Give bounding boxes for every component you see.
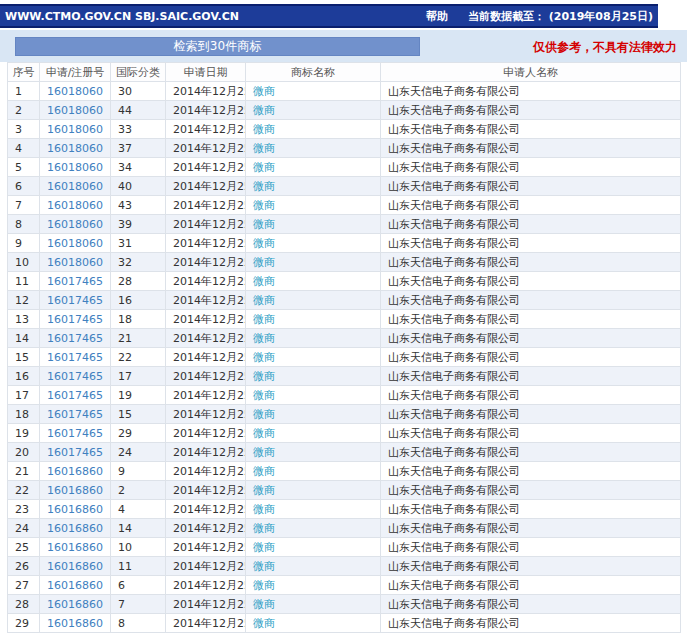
trademark-name-link[interactable]: 微商 bbox=[253, 484, 275, 497]
trademark-name-link[interactable]: 微商 bbox=[253, 541, 275, 554]
cell-apply-date: 2014年12月25日 bbox=[166, 386, 246, 405]
table-cell: 16017465 bbox=[40, 291, 111, 310]
table-cell: 16018060 bbox=[40, 82, 111, 101]
reg-number-link[interactable]: 16017465 bbox=[47, 294, 103, 307]
cell-applicant-name: 山东天信电子商务有限公司 bbox=[381, 253, 681, 272]
reg-number-link[interactable]: 16017465 bbox=[47, 408, 103, 421]
reg-number-link[interactable]: 16018060 bbox=[47, 161, 103, 174]
cell-apply-date: 2014年12月25日 bbox=[166, 139, 246, 158]
trademark-name-link[interactable]: 微商 bbox=[253, 294, 275, 307]
table-cell: 16016860 bbox=[40, 614, 111, 633]
trademark-name-link[interactable]: 微商 bbox=[253, 199, 275, 212]
reg-number-link[interactable]: 16016860 bbox=[47, 598, 103, 611]
trademark-name-link[interactable]: 微商 bbox=[253, 446, 275, 459]
reg-number-link[interactable]: 16016860 bbox=[47, 560, 103, 573]
trademark-name-link[interactable]: 微商 bbox=[253, 85, 275, 98]
reg-number-link[interactable]: 16017465 bbox=[47, 275, 103, 288]
table-cell: 16018060 bbox=[40, 120, 111, 139]
reg-number-link[interactable]: 16016860 bbox=[47, 579, 103, 592]
cell-index: 3 bbox=[8, 120, 40, 139]
trademark-name-link[interactable]: 微商 bbox=[253, 104, 275, 117]
reg-number-link[interactable]: 16017465 bbox=[47, 313, 103, 326]
cell-intl-class: 37 bbox=[111, 139, 166, 158]
table-row: 2416016860142014年12月25日微商山东天信电子商务有限公司 bbox=[8, 519, 681, 538]
reg-number-link[interactable]: 16017465 bbox=[47, 389, 103, 402]
reg-number-link[interactable]: 16016860 bbox=[47, 465, 103, 478]
cell-apply-date: 2014年12月25日 bbox=[166, 595, 246, 614]
cell-apply-date: 2014年12月25日 bbox=[166, 367, 246, 386]
reg-number-link[interactable]: 16016860 bbox=[47, 617, 103, 630]
trademark-name-link[interactable]: 微商 bbox=[253, 617, 275, 630]
trademark-name-link[interactable]: 微商 bbox=[253, 275, 275, 288]
cell-apply-date: 2014年12月25日 bbox=[166, 101, 246, 120]
trademark-name-link[interactable]: 微商 bbox=[253, 332, 275, 345]
reg-number-link[interactable]: 16017465 bbox=[47, 351, 103, 364]
cell-intl-class: 7 bbox=[111, 595, 166, 614]
table-cell: 16016860 bbox=[40, 481, 111, 500]
table-row: 316018060332014年12月25日微商山东天信电子商务有限公司 bbox=[8, 120, 681, 139]
trademark-name-link[interactable]: 微商 bbox=[253, 123, 275, 136]
trademark-name-link[interactable]: 微商 bbox=[253, 313, 275, 326]
cell-apply-date: 2014年12月25日 bbox=[166, 424, 246, 443]
trademark-name-link[interactable]: 微商 bbox=[253, 560, 275, 573]
trademark-name-link[interactable]: 微商 bbox=[253, 161, 275, 174]
cell-index: 12 bbox=[8, 291, 40, 310]
cell-apply-date: 2014年12月25日 bbox=[166, 291, 246, 310]
cell-apply-date: 2014年12月25日 bbox=[166, 557, 246, 576]
trademark-name-link[interactable]: 微商 bbox=[253, 237, 275, 250]
trademark-name-link[interactable]: 微商 bbox=[253, 522, 275, 535]
table-cell: 微商 bbox=[246, 139, 381, 158]
reg-number-link[interactable]: 16017465 bbox=[47, 446, 103, 459]
trademark-name-link[interactable]: 微商 bbox=[253, 598, 275, 611]
trademark-name-link[interactable]: 微商 bbox=[253, 579, 275, 592]
table-cell: 16017465 bbox=[40, 443, 111, 462]
reg-number-link[interactable]: 16018060 bbox=[47, 180, 103, 193]
table-row: 2516016860102014年12月25日微商山东天信电子商务有限公司 bbox=[8, 538, 681, 557]
trademark-name-link[interactable]: 微商 bbox=[253, 351, 275, 364]
reg-number-link[interactable]: 16016860 bbox=[47, 503, 103, 516]
reg-number-link[interactable]: 16016860 bbox=[47, 484, 103, 497]
reg-number-link[interactable]: 16017465 bbox=[47, 332, 103, 345]
cell-intl-class: 31 bbox=[111, 234, 166, 253]
trademark-name-link[interactable]: 微商 bbox=[253, 408, 275, 421]
table-cell: 16017465 bbox=[40, 348, 111, 367]
column-header-applicant-name: 申请人名称 bbox=[381, 63, 681, 82]
table-cell: 微商 bbox=[246, 557, 381, 576]
trademark-name-link[interactable]: 微商 bbox=[253, 427, 275, 440]
cell-index: 15 bbox=[8, 348, 40, 367]
reg-number-link[interactable]: 16018060 bbox=[47, 104, 103, 117]
cell-index: 22 bbox=[8, 481, 40, 500]
reg-number-link[interactable]: 16016860 bbox=[47, 522, 103, 535]
reg-number-link[interactable]: 16018060 bbox=[47, 123, 103, 136]
reg-number-link[interactable]: 16018060 bbox=[47, 142, 103, 155]
table-cell: 微商 bbox=[246, 424, 381, 443]
trademark-name-link[interactable]: 微商 bbox=[253, 465, 275, 478]
reg-number-link[interactable]: 16018060 bbox=[47, 199, 103, 212]
table-row: 1016018060322014年12月25日微商山东天信电子商务有限公司 bbox=[8, 253, 681, 272]
reg-number-link[interactable]: 16016860 bbox=[47, 541, 103, 554]
trademark-name-link[interactable]: 微商 bbox=[253, 256, 275, 269]
trademark-name-link[interactable]: 微商 bbox=[253, 370, 275, 383]
trademark-name-link[interactable]: 微商 bbox=[253, 180, 275, 193]
table-header-row: 序号 申请/注册号 国际分类 申请日期 商标名称 申请人名称 bbox=[8, 63, 681, 82]
reg-number-link[interactable]: 16018060 bbox=[47, 218, 103, 231]
table-row: 216018060442014年12月25日微商山东天信电子商务有限公司 bbox=[8, 101, 681, 120]
reg-number-link[interactable]: 16017465 bbox=[47, 427, 103, 440]
trademark-name-link[interactable]: 微商 bbox=[253, 142, 275, 155]
site-url-title: WWW.CTMO.GOV.CN SBJ.SAIC.GOV.CN bbox=[5, 10, 239, 23]
table-cell: 微商 bbox=[246, 253, 381, 272]
cell-applicant-name: 山东天信电子商务有限公司 bbox=[381, 272, 681, 291]
table-row: 2616016860112014年12月25日微商山东天信电子商务有限公司 bbox=[8, 557, 681, 576]
reg-number-link[interactable]: 16018060 bbox=[47, 85, 103, 98]
help-link[interactable]: 帮助 bbox=[426, 9, 448, 24]
cell-apply-date: 2014年12月25日 bbox=[166, 519, 246, 538]
reg-number-link[interactable]: 16018060 bbox=[47, 256, 103, 269]
table-cell: 16018060 bbox=[40, 158, 111, 177]
cell-apply-date: 2014年12月25日 bbox=[166, 82, 246, 101]
trademark-name-link[interactable]: 微商 bbox=[253, 503, 275, 516]
reg-number-link[interactable]: 16018060 bbox=[47, 237, 103, 250]
trademark-name-link[interactable]: 微商 bbox=[253, 389, 275, 402]
trademark-name-link[interactable]: 微商 bbox=[253, 218, 275, 231]
reg-number-link[interactable]: 16017465 bbox=[47, 370, 103, 383]
result-count-button[interactable]: 检索到30件商标 bbox=[15, 37, 420, 56]
